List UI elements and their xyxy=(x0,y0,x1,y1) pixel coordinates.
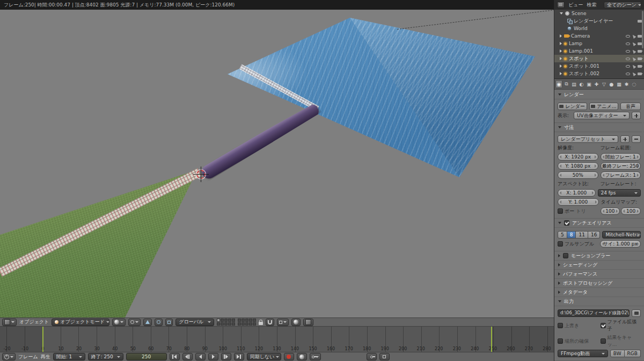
render-preset-dropdown[interactable]: レンダープリセット xyxy=(558,135,618,143)
tab-texture-icon[interactable]: ▦ xyxy=(616,80,623,88)
jump-to-end-button[interactable] xyxy=(234,353,244,360)
layer-cell[interactable] xyxy=(249,322,252,326)
manipulator-scale-button[interactable] xyxy=(165,319,173,326)
layer-cell[interactable] xyxy=(238,319,241,322)
aa-samples-11[interactable]: 11 xyxy=(576,231,588,239)
antialiasing-checkbox[interactable] xyxy=(564,220,569,226)
play-button[interactable] xyxy=(208,353,218,360)
section-antialiasing[interactable]: アンチエイリアス xyxy=(554,219,644,228)
frame-start-field[interactable]: 開始フレー: 1 xyxy=(601,153,641,161)
selectable-icon[interactable] xyxy=(631,71,636,76)
outliner-editor-icon[interactable] xyxy=(557,2,565,8)
eye-icon[interactable] xyxy=(626,50,630,53)
render-toggle-icon[interactable] xyxy=(638,65,642,68)
menu-view[interactable]: ビュー xyxy=(568,2,583,9)
color-mode-bw[interactable]: BW xyxy=(610,350,625,357)
display-mode-dropdown[interactable]: UV画像エディター xyxy=(574,112,630,119)
section-dimensions[interactable]: 寸法 xyxy=(554,123,644,132)
section-shading[interactable]: シェーディング xyxy=(554,261,644,270)
sync-sphere-button[interactable] xyxy=(297,353,307,360)
section-motion-blur[interactable]: モーションブラー xyxy=(554,251,644,261)
layer-cell[interactable] xyxy=(217,322,220,326)
tab-material-icon[interactable]: ● xyxy=(608,80,615,88)
aa-samples-8[interactable]: 8 xyxy=(567,231,576,239)
layer-cell[interactable] xyxy=(228,322,231,326)
outliner-item-spot002[interactable]: スポット.002 xyxy=(554,70,644,77)
play-reverse-button[interactable] xyxy=(195,353,206,360)
layer-cell[interactable] xyxy=(221,322,224,326)
render-button[interactable]: レンダー xyxy=(558,103,587,110)
motion-blur-checkbox[interactable] xyxy=(563,253,568,258)
record-button[interactable] xyxy=(284,353,294,360)
selectable-icon[interactable] xyxy=(631,63,636,68)
properties-scrollbar[interactable] xyxy=(642,92,643,205)
browse-folder-button[interactable] xyxy=(632,309,641,317)
render-toggle-icon[interactable] xyxy=(638,50,642,53)
aa-samples-16[interactable]: 16 xyxy=(588,231,600,239)
current-frame-marker[interactable] xyxy=(491,327,492,352)
pivot-dropdown[interactable] xyxy=(128,319,141,326)
render-audio-button[interactable]: 音声 xyxy=(620,103,641,110)
layer-cell[interactable] xyxy=(238,322,241,326)
eye-icon[interactable] xyxy=(626,73,630,75)
framerate-dropdown[interactable]: 24 fps xyxy=(598,189,641,197)
aspect-y-field[interactable]: Y: 1.000 xyxy=(558,198,599,206)
render-toggle-icon[interactable] xyxy=(638,42,642,45)
preset-add-button[interactable] xyxy=(620,135,630,143)
tab-object-icon[interactable]: ▣ xyxy=(586,80,592,88)
aa-filter-dropdown[interactable]: Mitchell-Netrav... xyxy=(602,231,641,239)
layer-cell[interactable] xyxy=(241,322,245,326)
railroad-tunnel-tube[interactable] xyxy=(199,102,321,182)
remap-old-field[interactable]: 100 xyxy=(601,207,620,215)
file-extensions-checkbox[interactable] xyxy=(601,323,606,328)
viewport-3d[interactable] xyxy=(0,10,554,317)
resolution-x-field[interactable]: X: 1920 px xyxy=(558,153,598,161)
aa-samples-5[interactable]: 5 xyxy=(558,231,567,239)
next-keyframe-button[interactable] xyxy=(221,353,231,360)
manipulator-rotate-button[interactable] xyxy=(155,319,163,326)
section-post-processing[interactable]: ポストプロセッシング xyxy=(554,279,644,288)
menu-search[interactable]: 検索 xyxy=(587,2,596,9)
aa-size-field[interactable]: サイ: 1.000 px xyxy=(600,240,641,248)
tab-scene-icon[interactable]: ▤ xyxy=(570,80,577,88)
frame-step-field[interactable]: フレームス: 1 xyxy=(601,171,641,179)
menu-object[interactable]: オブジェクト xyxy=(19,319,49,326)
remap-new-field[interactable]: 100 xyxy=(621,207,641,215)
layer-cell[interactable] xyxy=(253,319,256,322)
resolution-percent-slider[interactable]: 50% xyxy=(558,171,598,179)
layer-cell[interactable] xyxy=(224,319,228,322)
layer-cell[interactable] xyxy=(241,319,245,322)
prev-keyframe-button[interactable] xyxy=(182,353,193,360)
editor-type-button[interactable] xyxy=(2,319,17,326)
outliner-scrollbar[interactable] xyxy=(642,11,643,48)
section-performance[interactable]: パフォーマンス xyxy=(554,270,644,279)
eye-icon[interactable] xyxy=(626,57,630,60)
output-path-field[interactable]: d:\06_3DCG\フィールド線路02\ xyxy=(558,309,630,317)
start-frame-field[interactable]: 開始: 1 xyxy=(53,353,85,360)
render-toggle-icon[interactable] xyxy=(638,20,642,23)
expand-icon[interactable] xyxy=(560,72,562,75)
expand-icon[interactable] xyxy=(560,42,562,45)
border-checkbox[interactable] xyxy=(558,208,563,214)
outliner-item-camera[interactable]: Camera xyxy=(554,32,644,40)
layer-grid-left[interactable] xyxy=(217,319,235,326)
editor-type-button[interactable] xyxy=(2,353,16,360)
expand-icon[interactable] xyxy=(560,49,562,53)
frame-end-field[interactable]: 最終フレー: 250 xyxy=(601,162,641,170)
end-frame-field[interactable]: 終了: 250 xyxy=(88,353,123,360)
scene-lock-icon[interactable] xyxy=(259,322,263,325)
placeholders-checkbox[interactable] xyxy=(558,338,563,344)
file-format-dropdown[interactable]: FFmpeg動画 xyxy=(558,350,608,357)
insert-keyframe-button[interactable] xyxy=(367,353,377,360)
tab-world-icon[interactable]: ◐ xyxy=(578,80,585,88)
display-filter-dropdown[interactable]: 全てのシーン xyxy=(604,2,641,9)
outliner-item-lamp001[interactable]: Lamp.001 xyxy=(554,47,644,55)
selectable-icon[interactable] xyxy=(631,33,636,38)
keying-set-dropdown[interactable] xyxy=(310,353,321,360)
tab-render-icon[interactable]: ◉ xyxy=(555,80,562,88)
layer-grid-right[interactable] xyxy=(238,319,256,326)
tab-render-layers-icon[interactable]: ⧉ xyxy=(563,80,570,88)
layer-cell[interactable] xyxy=(249,319,252,322)
expand-icon[interactable] xyxy=(560,12,563,15)
opengl-render-anim-button[interactable] xyxy=(303,319,313,326)
